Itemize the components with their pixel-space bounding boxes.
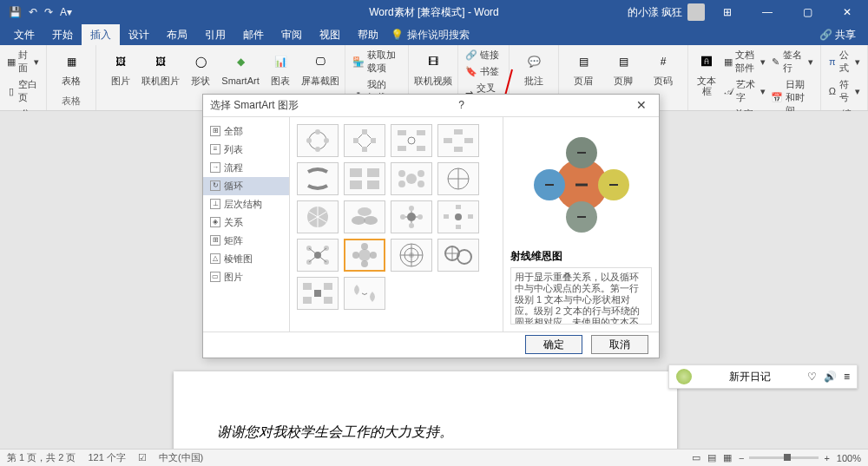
zoom-slider[interactable]: − + [739, 453, 830, 463]
word-count[interactable]: 121 个字 [88, 451, 125, 464]
thumb-15[interactable] [391, 239, 432, 272]
read-mode-icon[interactable]: ▭ [692, 452, 700, 463]
tab-view[interactable]: 视图 [311, 24, 349, 46]
thumb-17[interactable] [297, 277, 339, 310]
zoom-out-icon[interactable]: − [739, 453, 744, 463]
tab-home[interactable]: 开始 [43, 24, 82, 46]
thumb-13[interactable] [297, 239, 339, 272]
equation-label: 公式 [839, 49, 852, 75]
cat-cycle[interactable]: ↻循环 [203, 177, 289, 195]
parts-button[interactable]: ▦文档部件 ▾ [722, 48, 767, 75]
spellcheck-icon[interactable]: ☑ [138, 452, 147, 463]
screenshot-button[interactable]: 🖵屏幕截图 [301, 48, 339, 86]
cat-process[interactable]: →流程 [203, 159, 289, 177]
equation-button[interactable]: π公式 ▾ [826, 48, 862, 75]
table-button[interactable]: ▦表格 [52, 48, 90, 86]
thumb-4[interactable] [437, 124, 479, 157]
save-icon[interactable]: 💾 [9, 6, 22, 18]
thumb-7[interactable] [391, 162, 432, 195]
cat-picture[interactable]: ▭图片 [203, 268, 289, 286]
thumb-16[interactable] [437, 239, 479, 272]
footer-button[interactable]: ▤页脚 [604, 48, 642, 86]
shapes-label: 形状 [191, 75, 210, 86]
cat-hierarchy[interactable]: ⊥层次结构 [203, 195, 289, 213]
hierarchy-icon: ⊥ [210, 199, 220, 209]
minimize-icon[interactable]: — [750, 6, 785, 18]
thumb-9[interactable] [297, 200, 339, 233]
language-status[interactable]: 中文(中国) [159, 451, 203, 464]
cover-page-button[interactable]: ▦封面 ▾ [5, 48, 41, 75]
zoom-value[interactable]: 100% [837, 453, 861, 463]
ribbon-options-icon[interactable]: ⊞ [710, 6, 745, 18]
online-picture-button[interactable]: 🖼联机图片 [141, 48, 180, 86]
redo-icon[interactable]: ↷ [44, 6, 53, 18]
get-addins-button[interactable]: 🏪获取加载项 [351, 48, 403, 75]
close-icon[interactable]: ✕ [830, 6, 865, 18]
dialog-close-icon[interactable]: ✕ [631, 96, 652, 114]
tell-me-search[interactable]: 💡操作说明搜索 [391, 28, 470, 43]
tab-layout[interactable]: 布局 [158, 24, 196, 46]
cat-relationship[interactable]: ◈关系 [203, 213, 289, 232]
web-layout-icon[interactable]: ▦ [723, 452, 732, 463]
thumb-2[interactable] [344, 124, 385, 157]
link-icon: 🔗 [465, 49, 477, 62]
textbox-button[interactable]: 🅰文本框 [694, 48, 720, 96]
tab-design[interactable]: 设计 [120, 24, 158, 46]
svg-rect-21 [367, 168, 379, 177]
tab-mailings[interactable]: 邮件 [234, 24, 273, 46]
menu-icon[interactable]: ≡ [844, 371, 850, 383]
cat-matrix[interactable]: ⊞矩阵 [203, 232, 289, 250]
zoom-handle[interactable] [784, 454, 791, 461]
thumb-10[interactable] [344, 200, 385, 233]
thumb-11[interactable] [391, 200, 432, 233]
thumb-radial-venn[interactable] [344, 239, 385, 272]
dialog-help-icon[interactable]: ? [458, 99, 464, 111]
comment-button[interactable]: 💬批注 [515, 48, 553, 86]
online-video-button[interactable]: 🎞联机视频 [414, 48, 452, 86]
user-name: 的小漾 疯狂 [628, 5, 682, 20]
tab-references[interactable]: 引用 [196, 24, 234, 46]
tab-file[interactable]: 文件 [5, 24, 43, 46]
share-button[interactable]: 🔗 共享 [807, 24, 868, 46]
page-status[interactable]: 第 1 页，共 2 页 [7, 451, 76, 464]
heart-icon[interactable]: ♡ [807, 371, 817, 383]
shapes-button[interactable]: ◯形状 [181, 48, 220, 86]
thumb-5[interactable] [297, 162, 339, 195]
ok-button[interactable]: 确定 [525, 335, 582, 354]
cat-pyramid[interactable]: △棱锥图 [203, 250, 289, 268]
tab-review[interactable]: 审阅 [273, 24, 311, 46]
sigline-button[interactable]: ✎签名行 ▾ [769, 48, 815, 75]
blank-page-button[interactable]: ▯空白页 [5, 77, 41, 105]
pagenum-button[interactable]: #页码 [644, 48, 682, 86]
tab-insert[interactable]: 插入 [82, 24, 120, 46]
svg-point-25 [398, 170, 405, 177]
picture-button[interactable]: 🖼图片 [102, 48, 140, 86]
cat-all[interactable]: ⊞全部 [203, 122, 289, 141]
thumb-6[interactable] [344, 162, 385, 195]
chart-button[interactable]: 📊图表 [261, 48, 299, 86]
qat-more-icon[interactable]: A▾ [60, 6, 72, 18]
thumb-3[interactable] [391, 124, 432, 157]
print-layout-icon[interactable]: ▤ [707, 452, 716, 463]
zoom-track[interactable] [749, 456, 819, 459]
smartart-button[interactable]: ◆SmartArt [221, 48, 260, 86]
thumb-1[interactable] [297, 124, 339, 157]
thumb-8[interactable] [437, 162, 479, 195]
header-button[interactable]: ▤页眉 [564, 48, 602, 86]
tab-help[interactable]: 帮助 [349, 24, 387, 46]
zoom-in-icon[interactable]: + [824, 453, 829, 463]
cancel-button[interactable]: 取消 [591, 335, 648, 354]
undo-icon[interactable]: ↶ [29, 6, 37, 18]
floating-note-widget[interactable]: 新开日记 ♡ 🔊 ≡ [668, 364, 858, 389]
thumb-12[interactable] [437, 200, 479, 233]
wordart-button[interactable]: 𝒜艺术字 ▾ [722, 77, 767, 105]
cat-list[interactable]: ≡列表 [203, 141, 289, 159]
link-button[interactable]: 🔗链接 [464, 48, 503, 62]
sound-icon[interactable]: 🔊 [824, 371, 837, 383]
thumb-18[interactable] [344, 277, 385, 310]
avatar[interactable] [687, 3, 705, 21]
bookmark-button[interactable]: 🔖书签 [464, 64, 503, 79]
cat-cycle-label: 循环 [224, 180, 243, 193]
symbol-button[interactable]: Ω符号 ▾ [826, 77, 862, 105]
maximize-icon[interactable]: ▢ [790, 6, 825, 18]
